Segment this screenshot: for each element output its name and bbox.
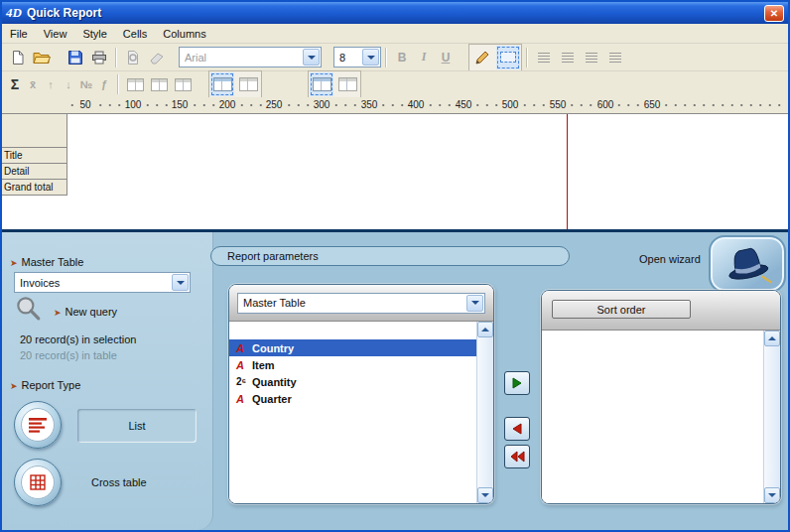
open-button[interactable] xyxy=(30,46,54,69)
sort-order-panel: Sort order xyxy=(541,290,781,504)
toolbar-separator xyxy=(385,48,387,67)
menu-style[interactable]: Style xyxy=(74,26,114,42)
font-size-select[interactable]: 8 xyxy=(333,47,381,67)
report-design-area[interactable]: Title Detail Grand total xyxy=(2,114,788,229)
cross-table-report-button[interactable] xyxy=(14,459,62,506)
fields-source-select[interactable]: Master Table xyxy=(237,293,485,314)
new-document-button[interactable] xyxy=(6,46,30,69)
master-table-select[interactable]: Invoices xyxy=(14,272,191,293)
new-query-label[interactable]: ➤New query xyxy=(54,306,117,318)
align-justify-button[interactable] xyxy=(603,46,627,69)
shading-on-button[interactable] xyxy=(310,72,333,96)
maximum-button[interactable]: ↑ xyxy=(42,72,60,96)
print-preview-button[interactable] xyxy=(121,46,145,69)
row-header-title[interactable]: Title xyxy=(2,148,67,164)
dropdown-button[interactable] xyxy=(362,49,379,66)
fields-scrollbar[interactable] xyxy=(476,322,493,503)
underline-button[interactable]: U xyxy=(435,47,457,68)
eraser-button[interactable] xyxy=(145,46,169,69)
grid-on-button[interactable] xyxy=(210,72,234,96)
menu-view[interactable]: View xyxy=(36,26,75,42)
scroll-down-button[interactable] xyxy=(477,487,493,503)
fields-source-value: Master Table xyxy=(238,297,465,309)
scroll-down-button[interactable] xyxy=(764,487,780,503)
sort-order-list[interactable] xyxy=(542,331,763,503)
ruler-tick: 550 xyxy=(548,99,569,111)
window-title: Quick Report xyxy=(27,6,101,20)
ruler-tick: 650 xyxy=(642,99,663,111)
sort-scrollbar[interactable] xyxy=(763,331,780,503)
border-style-button[interactable] xyxy=(496,46,520,69)
cell-shading-toggle-group xyxy=(308,70,361,98)
row-header-detail[interactable]: Detail xyxy=(2,164,67,180)
report-parameters-header: Report parameters xyxy=(210,246,570,266)
maximum-icon: ↑ xyxy=(48,78,54,90)
new-query-button[interactable] xyxy=(14,294,42,324)
open-wizard-button[interactable] xyxy=(709,235,786,293)
menu-file[interactable]: File xyxy=(2,26,36,42)
field-item-country[interactable]: A Country xyxy=(229,339,476,356)
menu-columns[interactable]: Columns xyxy=(155,26,213,42)
ruler-tick: 350 xyxy=(359,99,380,111)
scroll-up-button[interactable] xyxy=(477,322,493,337)
titlebar[interactable]: 4D Quick Report ✕ xyxy=(2,2,788,24)
main-toolbar: Arial 8 B I U xyxy=(2,43,788,70)
remove-all-from-sort-button[interactable] xyxy=(504,445,530,468)
cross-table-inner xyxy=(21,466,55,499)
dropdown-button[interactable] xyxy=(172,274,189,291)
scroll-track[interactable] xyxy=(477,337,493,487)
print-button[interactable] xyxy=(87,46,111,69)
open-wizard-label: Open wizard xyxy=(639,253,701,265)
menu-cells[interactable]: Cells xyxy=(115,26,155,42)
list-report-icon xyxy=(27,415,49,435)
align-center-button[interactable] xyxy=(556,46,580,69)
dropdown-button[interactable] xyxy=(466,295,483,312)
scroll-track[interactable] xyxy=(764,346,780,487)
row-header-grand-total[interactable]: Grand total xyxy=(2,180,67,196)
align-left-button[interactable] xyxy=(532,46,556,69)
chevron-down-icon xyxy=(481,493,489,497)
field-name: Quarter xyxy=(252,393,292,405)
average-button[interactable]: x̄ xyxy=(24,72,42,96)
italic-button[interactable]: I xyxy=(413,47,435,68)
minimum-button[interactable]: ↓ xyxy=(60,72,77,96)
add-column-icon xyxy=(127,78,144,91)
scroll-up-button[interactable] xyxy=(764,331,780,346)
bold-button[interactable]: B xyxy=(391,47,413,68)
close-icon: ✕ xyxy=(770,8,778,19)
corner-cell[interactable] xyxy=(2,114,67,148)
field-item-quarter[interactable]: A Quarter xyxy=(229,390,476,407)
wizard-sidebar: ➤Master Table Invoices ➤New query 20 rec… xyxy=(2,232,213,530)
field-item-item[interactable]: A Item xyxy=(229,356,476,373)
shading-off-button[interactable] xyxy=(335,72,359,96)
sum-button[interactable]: Σ xyxy=(6,72,24,96)
list-report-button[interactable] xyxy=(14,401,62,449)
field-name: Quantity xyxy=(252,376,297,388)
shading-off-icon xyxy=(338,77,357,91)
add-column-button[interactable] xyxy=(123,72,147,96)
chevron-down-icon xyxy=(308,56,316,60)
align-left-icon xyxy=(538,53,550,63)
close-button[interactable]: ✕ xyxy=(764,5,784,22)
align-right-button[interactable] xyxy=(580,46,603,69)
font-family-select[interactable]: Arial xyxy=(179,47,322,67)
save-button[interactable] xyxy=(64,46,87,69)
dropdown-button[interactable] xyxy=(303,49,320,66)
remove-from-sort-button[interactable] xyxy=(504,417,530,441)
arrow-bullet-icon: ➤ xyxy=(10,258,18,268)
field-item-quantity[interactable]: 2⁶ Quantity xyxy=(229,373,476,390)
ruler[interactable]: 50 100 150 200 250 300 350 400 450 500 5… xyxy=(2,97,788,114)
pen-button[interactable] xyxy=(470,46,494,69)
minimum-icon: ↓ xyxy=(66,78,71,90)
print-preview-icon xyxy=(125,50,141,66)
underline-icon: U xyxy=(442,51,451,65)
grid-off-button[interactable] xyxy=(236,72,260,96)
delete-column-button[interactable] xyxy=(171,72,195,96)
formula-button[interactable]: ƒ xyxy=(95,72,113,96)
cross-table-label: Cross table xyxy=(91,476,147,488)
font-size-value: 8 xyxy=(334,52,361,64)
pen-icon xyxy=(474,50,490,66)
count-button[interactable]: № xyxy=(77,72,95,96)
add-to-sort-button[interactable] xyxy=(504,371,530,395)
insert-column-button[interactable] xyxy=(147,72,171,96)
